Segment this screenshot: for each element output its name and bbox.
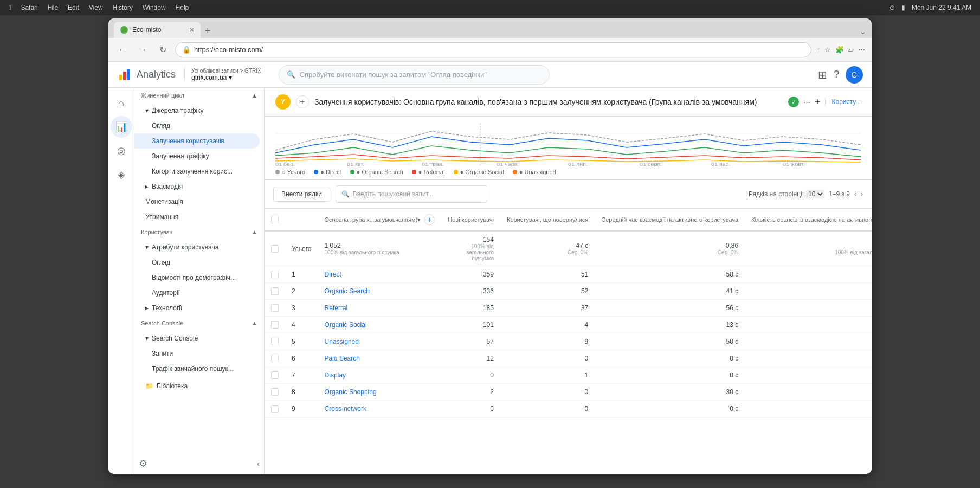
row-name-cell[interactable]: Unassigned <box>318 333 442 350</box>
sidebar-item-user-attributes[interactable]: ▾ Атрибути користувача <box>134 240 260 255</box>
col-avg-time[interactable]: Середній час взаємодії на активного кори… <box>595 209 745 231</box>
search-console-section-header[interactable]: Search Console ▲ <box>134 316 264 331</box>
extension-icon[interactable]: 🧩 <box>835 46 844 54</box>
row-checkbox[interactable] <box>271 304 279 312</box>
row-name-cell[interactable]: Paid Search <box>318 350 442 367</box>
sidebar-item-demographics[interactable]: Відомості про демографіч... <box>134 270 260 285</box>
sidebar-item-search-console[interactable]: ▾ Search Console <box>134 331 260 346</box>
row-checkbox[interactable] <box>271 355 279 362</box>
total-checkbox[interactable] <box>271 245 279 253</box>
row-name-cell[interactable]: Organic Search <box>318 283 442 300</box>
menu-file[interactable]: File <box>48 4 58 11</box>
menu-edit[interactable]: Edit <box>68 4 79 11</box>
sidebar-item-traffic-acquisition[interactable]: Залучення трафіку <box>134 149 260 164</box>
settings-icon[interactable]: ⚙ <box>139 458 147 470</box>
row-name-cell[interactable]: Referral <box>318 300 442 317</box>
lifecycle-section-header[interactable]: Жиненний цикл ▲ <box>134 88 264 103</box>
legend-total[interactable]: ○ Усього <box>275 169 305 175</box>
col-channel[interactable]: Основна група к...за умовчанням) ▾ + <box>318 209 442 231</box>
address-bar[interactable]: 🔒 https://eco-misto.com/ <box>175 42 811 57</box>
row-checkbox[interactable] <box>271 371 279 379</box>
row-checkbox[interactable] <box>271 287 279 295</box>
sidebar-explore-btn[interactable]: ◎ <box>111 140 132 162</box>
menu-help[interactable]: Help <box>176 4 189 11</box>
row-name-cell[interactable]: Organic Shopping <box>318 384 442 401</box>
sidebar-item-audiences[interactable]: Аудиторії <box>134 285 260 300</box>
help-icon[interactable]: ? <box>834 69 839 80</box>
row-checkbox[interactable] <box>271 405 279 413</box>
row-checkbox[interactable] <box>271 388 279 396</box>
row-checkbox[interactable] <box>271 338 279 345</box>
col-checkbox <box>265 209 285 231</box>
tab-close-button[interactable]: × <box>190 25 194 34</box>
rows-per-page-select[interactable]: 10 25 50 <box>806 190 824 198</box>
menu-safari[interactable]: Safari <box>21 4 37 11</box>
sidebar-nav: Жиненний цикл ▲ ▾ Джерела трафіку Огляд … <box>134 88 265 474</box>
menu-window[interactable]: Window <box>143 4 166 11</box>
sidebar-item-cohorts[interactable]: Когорти залучення корис... <box>134 164 260 179</box>
prev-page-btn[interactable]: ‹ <box>854 190 856 198</box>
col-sessions[interactable]: Кількість сеансів із взаємодією на актив… <box>745 209 872 231</box>
row-checkbox[interactable] <box>271 321 279 329</box>
sidebar-item-technologies[interactable]: ▸ Технології <box>134 300 260 316</box>
apps-grid-icon[interactable]: ⊞ <box>818 68 827 81</box>
sidebar-item-user-acquisition[interactable]: Залучення користувачів <box>134 133 260 149</box>
table-search-bar[interactable]: 🔍 Введіть пошуковий запит... <box>336 185 487 203</box>
sidebar-item-queries[interactable]: Запити <box>134 346 260 361</box>
share-icon[interactable]: ↑ <box>817 46 821 54</box>
col-new-users[interactable]: Нові користувачі <box>441 209 500 231</box>
sidebar-item-ua-overview[interactable]: Огляд <box>134 255 260 270</box>
next-page-btn[interactable]: › <box>861 190 863 198</box>
chart-area: 01 бер. 01 квт. 01 трав. 01 черв. 01 лип… <box>265 117 872 180</box>
row-name-cell[interactable]: Display <box>318 367 442 384</box>
row-name-cell[interactable]: Cross-network <box>318 401 442 418</box>
sidebar-toggle-icon[interactable]: ▱ <box>848 46 854 54</box>
row-name-cell[interactable]: Organic Social <box>318 317 442 333</box>
legend-organic-social[interactable]: ● Organic Social <box>454 169 504 175</box>
header-checkbox[interactable] <box>271 216 279 223</box>
add-dimension-button[interactable]: + <box>424 214 435 225</box>
sidebar-item-monetization[interactable]: Монетизація <box>134 194 260 209</box>
rows-per-page-selector[interactable]: Рядків на сторінці: 10 25 50 <box>749 190 824 198</box>
menu-history[interactable]: History <box>113 4 133 11</box>
tab-collapse-button[interactable]: ⌄ <box>860 27 866 36</box>
legend-referral[interactable]: ● Referral <box>412 169 445 175</box>
customize-label[interactable]: Користу... <box>825 98 861 106</box>
sidebar-item-retention[interactable]: Утримання <box>134 209 260 224</box>
sidebar-collapse-btn[interactable]: ‹ <box>257 459 260 468</box>
user-section-header[interactable]: Користувач ▲ <box>134 224 264 240</box>
legend-direct[interactable]: ● Direct <box>314 169 341 175</box>
add-comparison-button[interactable]: + <box>296 95 309 108</box>
active-tab[interactable]: 🌿 Eco-misto × <box>114 22 201 38</box>
sidebar-item-overview[interactable]: Огляд <box>134 118 260 133</box>
more-options-icon[interactable]: ⋯ <box>803 98 810 106</box>
reload-button[interactable]: ↻ <box>156 42 170 57</box>
apple-icon[interactable]:  <box>9 4 11 11</box>
row-checkbox[interactable] <box>271 271 279 278</box>
row-sessions-cell: 0,17 <box>745 350 872 367</box>
bookmark-icon[interactable]: ☆ <box>824 46 831 54</box>
add-rows-button[interactable]: Внести рядки <box>273 187 330 202</box>
ga-search-bar[interactable]: 🔍 Спробуйте виконати пошук за запитом "О… <box>279 65 550 85</box>
legend-organic-search[interactable]: ● Organic Search <box>350 169 403 175</box>
sidebar-item-interactions[interactable]: ▸ Взаємодія <box>134 179 260 194</box>
add-report-icon[interactable]: + <box>815 97 821 108</box>
forward-button[interactable]: → <box>136 43 151 57</box>
sidebar-item-library[interactable]: 📁 Бібліотека <box>134 378 260 394</box>
sidebar-item-organic-traffic[interactable]: Трафік звичайного пошук... <box>134 361 260 376</box>
ga-avatar[interactable]: G <box>846 66 863 84</box>
legend-unassigned[interactable]: ● Unassigned <box>513 169 556 175</box>
more-icon[interactable]: ⋯ <box>858 46 865 54</box>
sidebar-home-btn[interactable]: ⌂ <box>111 92 132 114</box>
sidebar-advertising-btn[interactable]: ◈ <box>111 164 132 185</box>
ga-account-name[interactable]: gtrix.com.ua ▾ <box>191 74 261 81</box>
menu-view[interactable]: View <box>89 4 103 11</box>
sidebar-item-traffic-sources[interactable]: ▾ Джерела трафіку <box>134 103 260 118</box>
ga-account-selector[interactable]: Усі облікові записи > GTRIX gtrix.com.ua… <box>184 68 261 81</box>
row-avg-time-cell: 30 с <box>595 384 745 401</box>
new-tab-button[interactable]: + <box>201 25 215 37</box>
sidebar-reports-btn[interactable]: 📊 <box>111 116 132 138</box>
row-name-cell[interactable]: Direct <box>318 266 442 283</box>
back-button[interactable]: ← <box>115 43 130 57</box>
col-returning[interactable]: Користувачі, що повернулися <box>500 209 595 231</box>
